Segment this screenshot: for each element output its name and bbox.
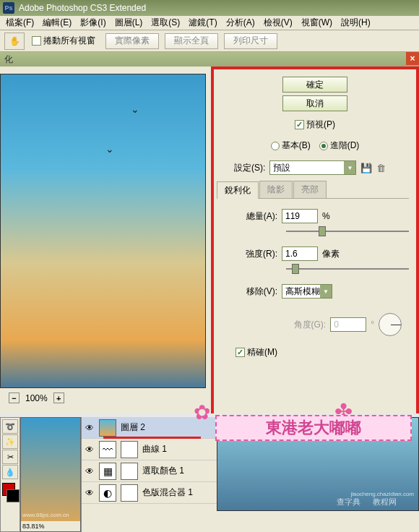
angle-label: 角度(G): xyxy=(294,319,327,331)
crop-tool-icon[interactable]: ✂ xyxy=(2,450,18,464)
menu-edit[interactable]: 編輯(E) xyxy=(38,15,76,30)
zoom-in-button[interactable]: + xyxy=(53,392,64,403)
preset-combo[interactable]: 預設 ▼ xyxy=(269,160,356,175)
watermark-left: 查字典 xyxy=(337,497,360,507)
app-icon: Ps xyxy=(3,2,14,14)
document-thumbnail[interactable]: www.68ps.com.cn 83.81% xyxy=(20,417,81,532)
layer-mask[interactable] xyxy=(121,484,138,502)
preview-image[interactable]: ⌄ ⌄ xyxy=(0,74,206,388)
remove-value: 高斯模糊 xyxy=(285,286,320,298)
angle-dial xyxy=(379,313,402,336)
menu-view[interactable]: 檢視(V) xyxy=(259,15,297,30)
tab-shadow[interactable]: 陰影 xyxy=(259,181,293,198)
radius-unit: 像素 xyxy=(322,248,340,260)
delete-preset-icon[interactable]: 🗑 xyxy=(376,163,386,173)
tabs: 銳利化 陰影 亮部 xyxy=(217,181,409,199)
menu-help[interactable]: 說明(H) xyxy=(337,15,375,30)
adjustment-icon[interactable]: 〰 xyxy=(99,441,116,458)
watermark-right: 教程网 xyxy=(373,497,397,507)
amount-input[interactable]: 119 xyxy=(282,209,318,223)
preview-checkbox[interactable]: ✓ xyxy=(295,120,304,129)
menu-image[interactable]: 影像(I) xyxy=(76,15,110,30)
chevron-down-icon: ▼ xyxy=(344,161,355,174)
close-icon[interactable]: × xyxy=(406,52,419,65)
url-watermark: www.68ps.com.cn xyxy=(22,512,69,518)
amount-slider[interactable] xyxy=(286,226,409,236)
more-accurate-label: 精確(M) xyxy=(247,346,277,359)
wand-tool-icon[interactable]: ✨ xyxy=(2,434,18,449)
print-size-button[interactable]: 列印尺寸 xyxy=(224,33,277,49)
ok-button[interactable]: 確定 xyxy=(282,77,347,93)
amount-unit: % xyxy=(322,211,330,221)
preview-label: 預視(P) xyxy=(306,119,335,131)
layer-mask[interactable] xyxy=(121,463,138,480)
actual-pixels-button[interactable]: 實際像素 xyxy=(105,33,159,49)
eyedropper-tool-icon[interactable]: 💧 xyxy=(2,465,18,479)
visibility-icon[interactable]: 👁 xyxy=(85,445,95,455)
fit-screen-button[interactable]: 顯示全頁 xyxy=(165,33,218,49)
title-bar: Ps Adobe Photoshop CS3 Extended xyxy=(0,0,419,16)
zoom-out-button[interactable]: − xyxy=(9,392,20,403)
advanced-label: 進階(D) xyxy=(330,140,360,152)
cancel-button[interactable]: 取消 xyxy=(282,95,347,111)
background-image: 查字典 教程网 jiaocheng.chazidian.com xyxy=(217,417,419,511)
control-panel: 確定 取消 ✓ 預視(P) 基本(B) 進階(D) 設定(S): 預設 ▼ 💾 … xyxy=(214,66,419,413)
layer-thumbnail[interactable] xyxy=(99,419,116,437)
angle-input: 0 xyxy=(330,317,366,332)
basic-label: 基本(B) xyxy=(282,140,311,152)
remove-label: 移除(V): xyxy=(234,286,277,298)
dialog-title: 化 xyxy=(4,53,13,66)
app-title: Adobe Photoshop CS3 Extended xyxy=(19,3,146,13)
watermark-url: jiaocheng.chazidian.com xyxy=(350,491,414,497)
dialog-title-bar[interactable]: 化 × xyxy=(0,52,419,66)
adjustment-icon[interactable]: ◐ xyxy=(99,484,116,502)
basic-radio[interactable] xyxy=(271,142,280,150)
radius-label: 強度(R): xyxy=(234,248,277,260)
hand-tool-icon[interactable]: ✋ xyxy=(4,33,25,50)
visibility-icon[interactable]: 👁 xyxy=(85,466,95,476)
chevron-down-icon: ▼ xyxy=(320,285,332,298)
tab-sharpen[interactable]: 銳利化 xyxy=(217,181,259,199)
menu-select[interactable]: 選取(S) xyxy=(147,15,184,30)
bird-icon: ⌄ xyxy=(131,103,139,115)
scroll-all-label: 捲動所有視窗 xyxy=(43,35,95,47)
scroll-all-checkbox[interactable] xyxy=(32,36,41,46)
menu-bar: 檔案(F) 編輯(E) 影像(I) 圖層(L) 選取(S) 濾鏡(T) 分析(A… xyxy=(0,16,419,30)
menu-window[interactable]: 視窗(W) xyxy=(297,15,337,30)
menu-analysis[interactable]: 分析(A) xyxy=(222,15,259,30)
options-bar: ✋ 捲動所有視窗 實際像素 顯示全頁 列印尺寸 xyxy=(0,30,419,52)
menu-filter[interactable]: 濾鏡(T) xyxy=(184,15,221,30)
background-color[interactable] xyxy=(7,489,20,502)
save-preset-icon[interactable]: 💾 xyxy=(360,163,372,173)
zoom-level: 100% xyxy=(25,393,48,403)
status-bar: 83.81% xyxy=(21,521,80,531)
amount-label: 總量(A): xyxy=(234,210,277,223)
setting-label: 設定(S): xyxy=(234,162,265,174)
angle-unit: ° xyxy=(371,319,374,330)
tab-highlight[interactable]: 亮部 xyxy=(293,181,327,198)
visibility-icon[interactable]: 👁 xyxy=(85,423,95,433)
layer-name[interactable]: 色版混合器 1 xyxy=(142,486,193,499)
menu-layer[interactable]: 圖層(L) xyxy=(111,15,147,30)
radius-input[interactable]: 1.6 xyxy=(282,246,318,261)
preview-panel: ⌄ ⌄ − 100% + xyxy=(0,66,214,413)
lasso-tool-icon[interactable]: ➰ xyxy=(2,419,18,434)
menu-file[interactable]: 檔案(F) xyxy=(1,15,38,30)
adjustment-icon[interactable]: ▦ xyxy=(99,463,116,480)
status-zoom: 83.81% xyxy=(22,523,45,530)
tools-palette: ➰ ✨ ✂ 💧 xyxy=(0,417,20,532)
more-accurate-checkbox[interactable]: ✓ xyxy=(236,348,245,357)
bird-icon: ⌄ xyxy=(105,143,114,155)
remove-combo[interactable]: 高斯模糊 ▼ xyxy=(282,284,332,299)
layer-mask[interactable] xyxy=(121,441,138,458)
dialog-body: ⌄ ⌄ − 100% + 確定 取消 ✓ 預視(P) 基本(B) 進階(D) 設… xyxy=(0,66,419,413)
visibility-icon[interactable]: 👁 xyxy=(85,488,95,498)
radius-slider[interactable] xyxy=(286,264,409,274)
advanced-radio[interactable] xyxy=(319,142,328,150)
layer-name[interactable]: 圖層 2 xyxy=(121,421,145,434)
layer-name[interactable]: 選取顏色 1 xyxy=(142,465,184,477)
layer-name[interactable]: 曲線 1 xyxy=(142,443,167,455)
preset-value: 預設 xyxy=(273,162,290,174)
